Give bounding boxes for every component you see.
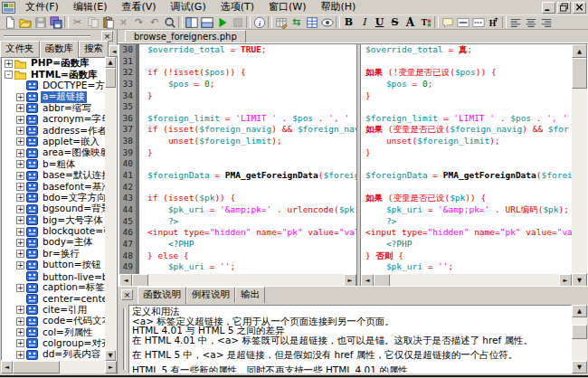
expand-icon[interactable]: +: [16, 93, 24, 101]
code-line[interactable]: $pk_uri = '&amp;pk=' . urlencode($pk);: [143, 204, 356, 216]
collapse-icon[interactable]: -: [5, 71, 13, 79]
close-button[interactable]: [573, 2, 586, 14]
open-file-button[interactable]: [17, 15, 33, 29]
menu-item-4[interactable]: 选项(T): [213, 0, 261, 15]
hr-button[interactable]: [455, 15, 470, 29]
run-button[interactable]: [214, 15, 230, 29]
tree-item[interactable]: +a=超链接: [2, 91, 116, 102]
code-line[interactable]: if (!isset($pos)) {: [143, 67, 356, 79]
expand-icon[interactable]: +: [16, 284, 24, 292]
expand-icon[interactable]: +: [16, 116, 24, 124]
scroll-thumb[interactable]: [374, 274, 390, 287]
tree-item[interactable]: +bdo=文字方向: [2, 193, 116, 203]
code-line[interactable]: 如果 (变量是否已设($foreign_navig) && $for: [361, 124, 572, 136]
sidebar-tab-search[interactable]: 搜索: [79, 41, 109, 57]
align-left-button[interactable]: [507, 15, 523, 29]
code-line[interactable]: $foreignData = PMA_getForeignData($forei…: [361, 170, 572, 182]
tree-item[interactable]: +dd=列表内容: [2, 349, 116, 360]
expand-icon[interactable]: +: [16, 216, 24, 224]
scroll-up-button[interactable]: ▲: [105, 57, 116, 68]
sidebar-tab-folders[interactable]: 文件夹: [0, 41, 40, 57]
left-pane-horizontal-scrollbar[interactable]: ◄►: [119, 274, 356, 287]
sidebar-tab-function-library[interactable]: 函数库: [40, 41, 80, 58]
code-line[interactable]: }: [143, 90, 356, 102]
tree-item[interactable]: +b=粗体: [2, 159, 116, 170]
tree-item[interactable]: +PHP=函数库: [2, 58, 116, 69]
help-panel-drag-handle[interactable]: [123, 308, 126, 370]
tree-item[interactable]: +big=大号字体: [2, 214, 116, 225]
code-line[interactable]: <input type="hidden" name="pk" value="va…: [361, 227, 572, 239]
scroll-track[interactable]: [572, 317, 587, 325]
code-line[interactable]: [361, 56, 572, 68]
save-button[interactable]: [33, 15, 48, 29]
expand-icon[interactable]: +: [16, 317, 24, 326]
code-line[interactable]: }: [361, 90, 572, 102]
find-button[interactable]: [162, 15, 177, 29]
scroll-up-button[interactable]: ▲: [572, 305, 587, 317]
underline-button[interactable]: U: [372, 15, 387, 29]
expand-icon[interactable]: +: [16, 228, 24, 236]
expand-icon[interactable]: +: [16, 250, 24, 258]
align-right-button[interactable]: [538, 15, 554, 29]
scroll-left-button[interactable]: ◄: [1, 361, 13, 373]
hr2-button[interactable]: [470, 15, 486, 29]
tree-item[interactable]: +blockquote=引用块: [2, 226, 116, 237]
tree-item[interactable]: +br=换行: [2, 249, 116, 260]
tree-item[interactable]: +button=按钮: [2, 260, 116, 270]
scroll-thumb[interactable]: [572, 58, 587, 89]
redo-button[interactable]: ↷: [131, 15, 147, 29]
code-line[interactable]: $foreign_limit = 'LIMIT ' . $pos . ', ' …: [361, 113, 572, 125]
expand-icon[interactable]: +: [16, 183, 24, 191]
code-line[interactable]: }: [361, 147, 572, 159]
expand-icon[interactable]: +: [16, 137, 24, 146]
tree-item[interactable]: +basefont=基准字体: [2, 181, 116, 192]
expand-icon[interactable]: +: [16, 172, 24, 180]
refresh-button[interactable]: ⇆: [289, 15, 304, 29]
scroll-right-button[interactable]: ►: [105, 361, 117, 373]
code-line[interactable]: $pos = 0;: [361, 79, 572, 90]
tree-item[interactable]: +address=作者信息: [2, 125, 116, 136]
scroll-track[interactable]: [572, 339, 587, 361]
code-line[interactable]: 如果 (!变量是否已设($pos)) {: [361, 67, 572, 79]
code-line[interactable]: ?>: [143, 216, 356, 228]
tree-item[interactable]: +caption=标签: [2, 282, 116, 293]
expand-icon[interactable]: +: [16, 328, 24, 336]
menu-item-3[interactable]: 调试(G): [164, 0, 213, 15]
table-button[interactable]: [304, 15, 319, 29]
code-line[interactable]: $override_total = TRUE;: [143, 44, 356, 56]
align-center-button[interactable]: [523, 15, 538, 29]
insert-tag-button[interactable]: [273, 15, 289, 29]
tree-item[interactable]: +center=center: [2, 293, 116, 304]
paste-button[interactable]: [100, 15, 116, 29]
cut-button[interactable]: ✂: [70, 15, 85, 29]
expand-icon[interactable]: +: [16, 160, 24, 168]
code-line[interactable]: unset($foreign_limit);: [143, 136, 356, 147]
tree-item[interactable]: +body=主体: [2, 237, 116, 248]
minimize-button[interactable]: [542, 2, 555, 14]
tree-item[interactable]: +bgsound=背景声音: [2, 203, 116, 214]
code-line[interactable]: [361, 101, 572, 113]
right-pane-horizontal-scrollbar[interactable]: ◄►: [361, 274, 572, 287]
scroll-down-button[interactable]: ▼: [572, 361, 587, 373]
scroll-down-button[interactable]: ▼: [105, 350, 116, 361]
stop-button[interactable]: [230, 15, 245, 29]
menu-item-5[interactable]: 窗口(W): [261, 0, 313, 15]
scroll-track[interactable]: [390, 274, 559, 287]
help-tab-output[interactable]: 输出: [235, 287, 265, 303]
help-panel-close-button[interactable]: ×: [121, 289, 133, 300]
scroll-left-button[interactable]: ◄: [119, 274, 132, 287]
menu-item-0[interactable]: 文件(F): [18, 0, 66, 15]
new-file-button[interactable]: [2, 15, 17, 29]
expand-icon[interactable]: +: [16, 339, 24, 347]
copy-button[interactable]: [85, 15, 100, 29]
code-line[interactable]: [143, 158, 356, 170]
expand-icon[interactable]: +: [16, 205, 24, 213]
code-line[interactable]: <?PHP: [361, 239, 572, 250]
scroll-thumb[interactable]: [132, 274, 148, 287]
sidebar-horizontal-scrollbar[interactable]: ◄►: [1, 361, 117, 373]
code-line[interactable]: $foreign_limit = 'LIMIT ' . $pos . ', ' …: [143, 113, 356, 125]
code-line[interactable]: }: [143, 147, 356, 159]
tree-vertical-scrollbar[interactable]: ▲▼: [105, 57, 116, 361]
tree-item[interactable]: +abbr=缩写: [2, 103, 116, 114]
code-line[interactable]: $foreignData = PMA_getForeignData($forei…: [143, 170, 356, 182]
